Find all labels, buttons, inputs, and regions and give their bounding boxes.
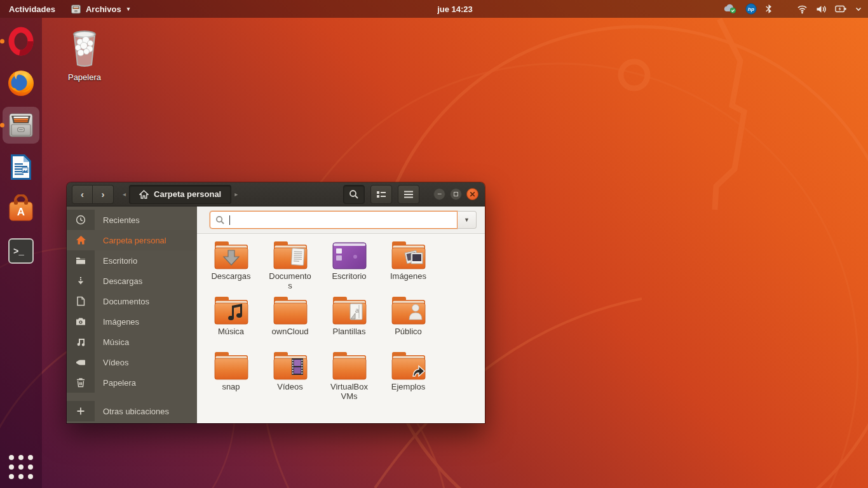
folder-icon [272,295,309,326]
desktop-icon [331,240,368,271]
system-tray[interactable]: hp [723,0,868,18]
file-grid: Descargas Documentos [197,234,485,406]
opera-icon [6,27,36,56]
back-button[interactable]: ‹ [72,185,93,204]
app-menu-files[interactable]: Archivos ▾ [64,0,136,18]
path-segment-home[interactable]: Carpeta personal [129,185,231,204]
search-button[interactable] [343,185,365,204]
libreoffice-writer-icon [7,152,35,182]
file-item-label: snap [208,382,254,391]
trash-icon [67,372,95,393]
path-prev-icon[interactable]: ◂ [119,191,129,198]
app-menu-label: Archivos [86,4,121,14]
plus-icon [67,401,95,421]
dock-item-opera[interactable] [3,23,39,60]
sidebar-item-label: Imágenes [95,317,139,327]
sidebar-item-videos[interactable]: Vídeos [67,352,197,372]
dock-item-terminal[interactable]: >_ [3,233,39,269]
sidebar-item-documentos[interactable]: Documentos [67,291,197,311]
window-controls: − ✕ [433,188,478,200]
sidebar-item-recientes[interactable]: Recientes [67,210,197,230]
recent-icon [67,210,95,230]
svg-text:A: A [17,206,25,218]
file-item-owncloud[interactable]: ownCloud [261,295,320,351]
search-input[interactable] [210,211,458,229]
file-item-musica[interactable]: Música [201,295,261,351]
clock[interactable]: jue 14:23 [437,4,473,14]
home-icon [139,190,149,199]
app-menu-caret-icon: ▾ [127,6,130,12]
path-bar: ◂ Carpeta personal ▸ [119,185,241,204]
bluetooth-icon [765,4,773,14]
file-item-plantillas[interactable]: a Plantillas [320,295,379,351]
sidebar-item-papelera[interactable]: Papelera [67,372,197,393]
view-list-toggle-button[interactable] [370,185,392,204]
show-applications-button[interactable] [9,455,33,479]
folder-icon [213,240,250,271]
file-item-snap[interactable]: snap [201,351,261,406]
file-item-virtualbox-vms[interactable]: VirtualBox VMs [320,351,379,406]
folder-icon [213,295,250,326]
terminal-icon: >_ [7,237,35,265]
sidebar-item-descargas[interactable]: Descargas [67,271,197,291]
file-item-documentos[interactable]: Documentos [261,240,320,295]
files-icon [6,111,36,140]
document-page-emblem [291,248,304,266]
activities-button[interactable]: Actividades [0,0,64,18]
desktop-trash-icon[interactable]: Papelera [62,28,107,82]
firefox-icon [6,69,36,98]
sidebar-item-label: Música [95,337,129,347]
trash-full-icon [67,28,102,69]
volume-icon [816,4,827,14]
file-item-label: Imágenes [386,271,431,281]
wifi-icon [797,4,808,14]
text-cursor [229,215,230,225]
forward-button[interactable]: › [93,185,114,204]
window-body: Recientes Carpeta personal Escritorio De… [67,207,485,423]
folder-icon [213,351,250,381]
file-item-label: Vídeos [268,382,313,391]
dock-item-libreoffice-writer[interactable] [3,149,39,186]
sidebar-item-escritorio[interactable]: Escritorio [67,250,197,271]
path-next-icon[interactable]: ▸ [231,191,241,198]
file-item-label: Ejemplos [386,382,431,391]
sidebar-item-label: Carpeta personal [95,236,166,245]
dock: A >_ [0,18,42,488]
minimize-button[interactable]: − [433,188,445,200]
svg-text:>_: >_ [13,247,24,257]
sidebar-item-label: Recientes [95,215,140,225]
sidebar-item-carpeta-personal[interactable]: Carpeta personal [67,230,197,250]
sidebar-item-imagenes[interactable]: Imágenes [67,311,197,332]
template-page-emblem: a [350,304,362,320]
running-indicator [0,123,4,128]
file-item-label: Descargas [208,271,254,281]
file-item-imagenes[interactable]: Imágenes [379,240,438,295]
file-item-escritorio[interactable]: Escritorio [320,240,379,295]
sidebar-item-label: Documentos [95,297,149,306]
hp-device-icon: hp [745,3,757,15]
film-strip-emblem [292,358,303,375]
file-item-label: Público [386,327,431,336]
maximize-button[interactable] [450,188,462,200]
file-item-descargas[interactable]: Descargas [201,240,261,295]
menu-button[interactable] [398,185,419,204]
dock-item-firefox[interactable] [3,65,39,102]
camera-icon [67,311,95,332]
sidebar-item-otras-ubicaciones[interactable]: Otras ubicaciones [67,401,197,421]
file-item-label: Música [208,327,254,336]
battery-charging-icon [835,4,847,13]
folder-icon [331,351,368,381]
files-window: ‹ › ◂ Carpeta personal ▸ [67,182,485,423]
file-item-publico[interactable]: Público [379,295,438,351]
folder-icon [390,295,427,326]
file-item-videos[interactable]: Vídeos [261,351,320,406]
path-segment-label: Carpeta personal [154,189,221,199]
dock-item-ubuntu-software[interactable]: A [3,191,39,227]
file-item-ejemplos[interactable]: Ejemplos [379,351,438,406]
close-button[interactable]: ✕ [466,188,478,200]
sidebar-item-musica[interactable]: Música [67,332,197,352]
dock-item-files[interactable] [3,107,39,144]
folder-icon [67,250,95,271]
svg-text:a: a [355,305,359,315]
search-dropdown-button[interactable]: ▼ [458,211,477,229]
